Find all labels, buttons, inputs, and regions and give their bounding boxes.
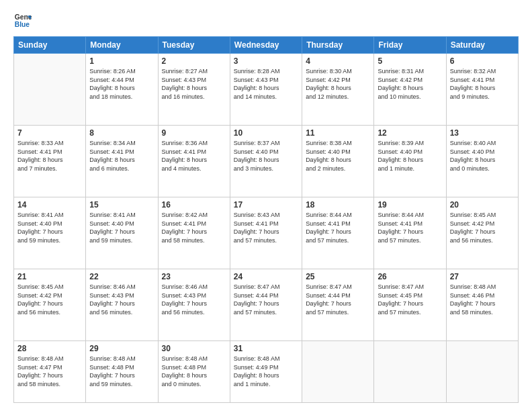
calendar-cell: 21Sunrise: 8:45 AM Sunset: 4:42 PM Dayli…: [14, 269, 86, 341]
calendar-page: General Blue SundayMondayTuesdayWednesda…: [0, 0, 532, 411]
cell-info: Sunrise: 8:43 AM Sunset: 4:41 PM Dayligh…: [234, 211, 298, 244]
cell-info: Sunrise: 8:32 AM Sunset: 4:41 PM Dayligh…: [450, 67, 515, 101]
day-number: 30: [162, 344, 226, 353]
calendar-cell: 25Sunrise: 8:47 AM Sunset: 4:44 PM Dayli…: [302, 269, 374, 341]
calendar-cell: 27Sunrise: 8:48 AM Sunset: 4:46 PM Dayli…: [446, 269, 518, 341]
week-row-2: 7Sunrise: 8:33 AM Sunset: 4:41 PM Daylig…: [14, 126, 519, 197]
cell-info: Sunrise: 8:31 AM Sunset: 4:42 PM Dayligh…: [378, 67, 442, 101]
cell-info: Sunrise: 8:47 AM Sunset: 4:45 PM Dayligh…: [378, 283, 442, 316]
weekday-header-monday: Monday: [86, 37, 158, 54]
cell-info: Sunrise: 8:27 AM Sunset: 4:43 PM Dayligh…: [162, 67, 226, 101]
day-number: 6: [450, 56, 515, 66]
day-number: 24: [234, 272, 298, 281]
cell-info: Sunrise: 8:38 AM Sunset: 4:40 PM Dayligh…: [306, 139, 370, 173]
calendar-cell: 6Sunrise: 8:32 AM Sunset: 4:41 PM Daylig…: [446, 54, 518, 126]
calendar-cell: 17Sunrise: 8:43 AM Sunset: 4:41 PM Dayli…: [230, 197, 302, 269]
day-number: 12: [378, 128, 442, 138]
day-number: 22: [89, 272, 154, 281]
weekday-header-sunday: Sunday: [14, 37, 86, 54]
calendar-cell: 7Sunrise: 8:33 AM Sunset: 4:41 PM Daylig…: [14, 126, 86, 197]
day-number: 26: [378, 272, 442, 281]
day-number: 5: [378, 56, 442, 66]
day-number: 18: [306, 200, 370, 210]
weekday-header-row: SundayMondayTuesdayWednesdayThursdayFrid…: [14, 37, 519, 54]
cell-info: Sunrise: 8:46 AM Sunset: 4:43 PM Dayligh…: [162, 283, 226, 316]
cell-info: Sunrise: 8:48 AM Sunset: 4:46 PM Dayligh…: [450, 283, 515, 316]
cell-info: Sunrise: 8:30 AM Sunset: 4:42 PM Dayligh…: [306, 67, 370, 101]
calendar-cell: 22Sunrise: 8:46 AM Sunset: 4:43 PM Dayli…: [86, 269, 158, 341]
cell-info: Sunrise: 8:48 AM Sunset: 4:47 PM Dayligh…: [17, 355, 82, 388]
calendar-cell: 29Sunrise: 8:48 AM Sunset: 4:48 PM Dayli…: [86, 341, 158, 403]
day-number: 14: [17, 200, 82, 210]
calendar-cell: 24Sunrise: 8:47 AM Sunset: 4:44 PM Dayli…: [230, 269, 302, 341]
cell-info: Sunrise: 8:33 AM Sunset: 4:41 PM Dayligh…: [17, 139, 82, 173]
cell-info: Sunrise: 8:39 AM Sunset: 4:40 PM Dayligh…: [378, 139, 442, 173]
cell-info: Sunrise: 8:26 AM Sunset: 4:44 PM Dayligh…: [89, 67, 154, 101]
day-number: 10: [234, 128, 298, 138]
calendar-cell: 28Sunrise: 8:48 AM Sunset: 4:47 PM Dayli…: [14, 341, 86, 403]
cell-info: Sunrise: 8:48 AM Sunset: 4:48 PM Dayligh…: [162, 355, 226, 388]
calendar-cell: [14, 54, 86, 126]
day-number: 16: [162, 200, 226, 210]
day-number: 21: [17, 272, 82, 281]
cell-info: Sunrise: 8:42 AM Sunset: 4:41 PM Dayligh…: [162, 211, 226, 244]
calendar-cell: 23Sunrise: 8:46 AM Sunset: 4:43 PM Dayli…: [158, 269, 230, 341]
calendar-cell: 16Sunrise: 8:42 AM Sunset: 4:41 PM Dayli…: [158, 197, 230, 269]
calendar-cell: 11Sunrise: 8:38 AM Sunset: 4:40 PM Dayli…: [302, 126, 374, 197]
day-number: 29: [89, 344, 154, 353]
calendar-cell: 14Sunrise: 8:41 AM Sunset: 4:40 PM Dayli…: [14, 197, 86, 269]
page-header: General Blue: [13, 11, 519, 30]
day-number: 27: [450, 272, 515, 281]
day-number: 2: [162, 56, 226, 66]
day-number: 11: [306, 128, 370, 138]
day-number: 20: [450, 200, 515, 210]
weekday-header-saturday: Saturday: [446, 37, 518, 54]
calendar-table: SundayMondayTuesdayWednesdayThursdayFrid…: [13, 36, 519, 403]
cell-info: Sunrise: 8:44 AM Sunset: 4:41 PM Dayligh…: [306, 211, 370, 244]
calendar-cell: 15Sunrise: 8:41 AM Sunset: 4:40 PM Dayli…: [86, 197, 158, 269]
cell-info: Sunrise: 8:45 AM Sunset: 4:42 PM Dayligh…: [450, 211, 515, 244]
week-row-5: 28Sunrise: 8:48 AM Sunset: 4:47 PM Dayli…: [14, 341, 519, 403]
cell-info: Sunrise: 8:47 AM Sunset: 4:44 PM Dayligh…: [234, 283, 298, 316]
cell-info: Sunrise: 8:41 AM Sunset: 4:40 PM Dayligh…: [89, 211, 154, 244]
calendar-cell: 12Sunrise: 8:39 AM Sunset: 4:40 PM Dayli…: [374, 126, 446, 197]
cell-info: Sunrise: 8:41 AM Sunset: 4:40 PM Dayligh…: [17, 211, 82, 244]
calendar-cell: 3Sunrise: 8:28 AM Sunset: 4:43 PM Daylig…: [230, 54, 302, 126]
week-row-4: 21Sunrise: 8:45 AM Sunset: 4:42 PM Dayli…: [14, 269, 519, 341]
cell-info: Sunrise: 8:37 AM Sunset: 4:40 PM Dayligh…: [234, 139, 298, 173]
calendar-cell: [446, 341, 518, 403]
calendar-cell: 4Sunrise: 8:30 AM Sunset: 4:42 PM Daylig…: [302, 54, 374, 126]
cell-info: Sunrise: 8:28 AM Sunset: 4:43 PM Dayligh…: [234, 67, 298, 101]
day-number: 1: [89, 56, 154, 66]
calendar-cell: [374, 341, 446, 403]
calendar-cell: 1Sunrise: 8:26 AM Sunset: 4:44 PM Daylig…: [86, 54, 158, 126]
cell-info: Sunrise: 8:44 AM Sunset: 4:41 PM Dayligh…: [378, 211, 442, 244]
calendar-cell: 10Sunrise: 8:37 AM Sunset: 4:40 PM Dayli…: [230, 126, 302, 197]
day-number: 28: [17, 344, 82, 353]
calendar-cell: 13Sunrise: 8:40 AM Sunset: 4:40 PM Dayli…: [446, 126, 518, 197]
cell-info: Sunrise: 8:46 AM Sunset: 4:43 PM Dayligh…: [89, 283, 154, 316]
day-number: 15: [89, 200, 154, 210]
cell-info: Sunrise: 8:34 AM Sunset: 4:41 PM Dayligh…: [89, 139, 154, 173]
weekday-header-thursday: Thursday: [302, 37, 374, 54]
day-number: 31: [234, 344, 298, 353]
calendar-cell: 2Sunrise: 8:27 AM Sunset: 4:43 PM Daylig…: [158, 54, 230, 126]
weekday-header-wednesday: Wednesday: [230, 37, 302, 54]
day-number: 8: [89, 128, 154, 138]
calendar-cell: 31Sunrise: 8:48 AM Sunset: 4:49 PM Dayli…: [230, 341, 302, 403]
day-number: 19: [378, 200, 442, 210]
logo-icon: General Blue: [13, 11, 32, 30]
cell-info: Sunrise: 8:40 AM Sunset: 4:40 PM Dayligh…: [450, 139, 515, 173]
day-number: 7: [17, 128, 82, 138]
calendar-cell: [302, 341, 374, 403]
week-row-3: 14Sunrise: 8:41 AM Sunset: 4:40 PM Dayli…: [14, 197, 519, 269]
calendar-cell: 30Sunrise: 8:48 AM Sunset: 4:48 PM Dayli…: [158, 341, 230, 403]
calendar-cell: 19Sunrise: 8:44 AM Sunset: 4:41 PM Dayli…: [374, 197, 446, 269]
day-number: 4: [306, 56, 370, 66]
day-number: 17: [234, 200, 298, 210]
logo: General Blue: [13, 11, 32, 30]
weekday-header-friday: Friday: [374, 37, 446, 54]
calendar-cell: 26Sunrise: 8:47 AM Sunset: 4:45 PM Dayli…: [374, 269, 446, 341]
weekday-header-tuesday: Tuesday: [158, 37, 230, 54]
cell-info: Sunrise: 8:45 AM Sunset: 4:42 PM Dayligh…: [17, 283, 82, 316]
